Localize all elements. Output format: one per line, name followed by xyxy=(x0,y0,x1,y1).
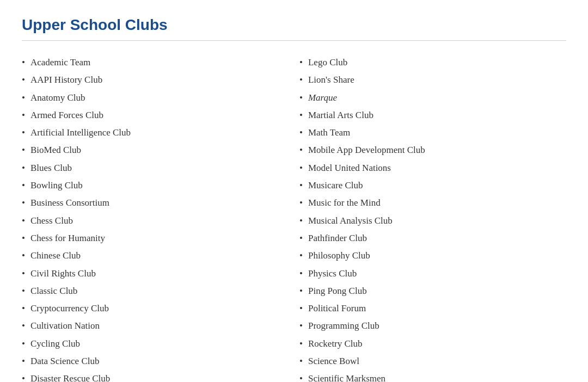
list-item: Civil Rights Club xyxy=(22,265,289,282)
list-item: Pathfinder Club xyxy=(299,230,566,247)
right-clubs-list: Lego ClubLion's ShareMarqueMartial Arts … xyxy=(299,54,566,382)
list-item: Cycling Club xyxy=(22,335,289,353)
list-item: Anatomy Club xyxy=(22,89,289,107)
list-item: AAPI History Club xyxy=(22,71,289,89)
list-item: Science Bowl xyxy=(299,353,566,370)
list-item: Musicare Club xyxy=(299,177,566,194)
list-item: Rocketry Club xyxy=(299,335,566,353)
list-item: Data Science Club xyxy=(22,353,289,370)
list-item: Math Team xyxy=(299,124,566,141)
list-item: Chess Club xyxy=(22,212,289,230)
list-item: Model United Nations xyxy=(299,159,566,177)
list-item: Philosophy Club xyxy=(299,247,566,264)
list-item: BioMed Club xyxy=(22,141,289,159)
list-item: Marque xyxy=(299,89,566,107)
list-item: Business Consortium xyxy=(22,194,289,212)
list-item: Music for the Mind xyxy=(299,194,566,212)
list-item: Musical Analysis Club xyxy=(299,212,566,230)
list-item: Lego Club xyxy=(299,54,566,71)
left-column: Academic TeamAAPI History ClubAnatomy Cl… xyxy=(22,54,299,382)
clubs-container: Academic TeamAAPI History ClubAnatomy Cl… xyxy=(22,54,566,382)
list-item: Physics Club xyxy=(299,265,566,282)
list-item: Chess for Humanity xyxy=(22,230,289,247)
list-item: Scientific Marksmen xyxy=(299,370,566,382)
list-item: Mobile App Development Club xyxy=(299,141,566,159)
list-item: Blues Club xyxy=(22,159,289,177)
right-column: Lego ClubLion's ShareMarqueMartial Arts … xyxy=(299,54,566,382)
list-item: Bowling Club xyxy=(22,177,289,194)
list-item: Lion's Share xyxy=(299,71,566,89)
list-item: Academic Team xyxy=(22,54,289,71)
list-item: Programming Club xyxy=(299,317,566,335)
list-item: Cryptocurrency Club xyxy=(22,300,289,317)
list-item: Artificial Intelligence Club xyxy=(22,124,289,141)
left-clubs-list: Academic TeamAAPI History ClubAnatomy Cl… xyxy=(22,54,289,382)
list-item: Classic Club xyxy=(22,282,289,300)
list-item: Ping Pong Club xyxy=(299,282,566,300)
list-item: Disaster Rescue Club xyxy=(22,370,289,382)
list-item: Political Forum xyxy=(299,300,566,317)
list-item: Martial Arts Club xyxy=(299,107,566,124)
list-item: Armed Forces Club xyxy=(22,107,289,124)
list-item: Cultivation Nation xyxy=(22,317,289,335)
list-item: Chinese Club xyxy=(22,247,289,264)
page-title: Upper School Clubs xyxy=(22,16,566,41)
